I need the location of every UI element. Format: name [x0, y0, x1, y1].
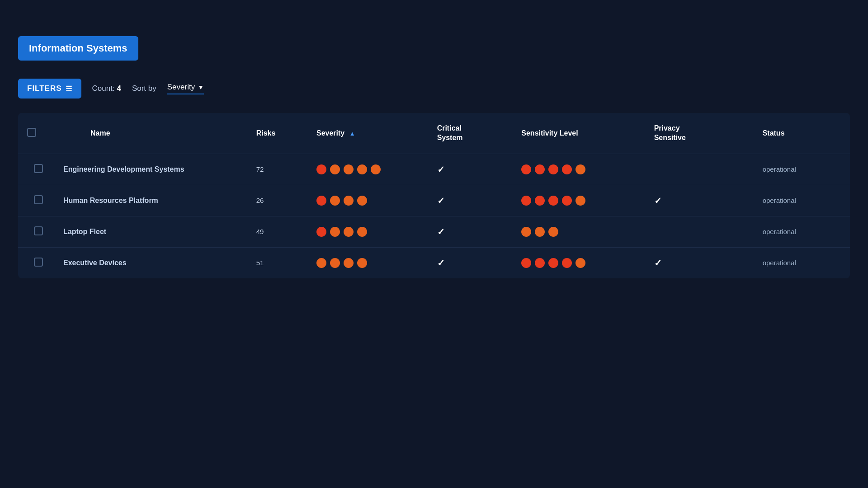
- row-name: Laptop Fleet: [54, 216, 247, 247]
- row-privacy-sensitive: [645, 216, 754, 247]
- sort-by-label: Sort by: [132, 84, 156, 93]
- severity-dot: [330, 227, 340, 237]
- col-header-status: Status: [754, 113, 850, 154]
- row-status: operational: [754, 216, 850, 247]
- severity-dot: [344, 258, 354, 268]
- sort-asc-icon: ▲: [349, 130, 355, 137]
- col-header-severity[interactable]: Severity ▲: [307, 113, 428, 154]
- row-severity: [307, 185, 428, 216]
- severity-dot: [371, 164, 381, 174]
- severity-dot: [330, 164, 340, 174]
- sensitivity-dot: [548, 258, 558, 268]
- sensitivity-dot: [562, 258, 572, 268]
- severity-dot: [330, 196, 340, 206]
- checkmark-icon: ✓: [437, 196, 445, 206]
- row-privacy-sensitive: ✓: [645, 247, 754, 278]
- severity-dot: [344, 196, 354, 206]
- row-checkbox-cell: [18, 216, 54, 247]
- severity-dot: [316, 258, 326, 268]
- col-header-name: Name: [54, 113, 247, 154]
- severity-dot: [344, 164, 354, 174]
- checkmark-icon: ✓: [437, 227, 445, 237]
- severity-dot: [330, 258, 340, 268]
- row-name: Executive Devices: [54, 247, 247, 278]
- sort-dropdown-text: Severity: [167, 83, 195, 92]
- row-checkbox-cell: [18, 185, 54, 216]
- row-privacy-sensitive: ✓: [645, 185, 754, 216]
- col-header-privacy-sensitive: PrivacySensitive: [645, 113, 754, 154]
- sensitivity-dot: [562, 164, 572, 174]
- sensitivity-dot: [521, 164, 531, 174]
- header-checkbox-cell: [18, 113, 54, 154]
- row-risks: 51: [247, 247, 307, 278]
- sensitivity-dot: [535, 196, 545, 206]
- sort-dropdown[interactable]: Severity ▼: [167, 83, 204, 94]
- filters-label: FILTERS: [27, 84, 62, 93]
- status-badge: operational: [763, 259, 796, 267]
- checkmark-icon: ✓: [437, 164, 445, 174]
- col-header-risks: Risks: [247, 113, 307, 154]
- severity-dot: [316, 227, 326, 237]
- filters-button[interactable]: FILTERS ☰: [18, 79, 81, 99]
- row-status: operational: [754, 185, 850, 216]
- table-row: Engineering Development Systems72✓operat…: [18, 154, 850, 185]
- row-severity: [307, 154, 428, 185]
- row-checkbox[interactable]: [34, 226, 43, 235]
- row-checkbox[interactable]: [34, 258, 43, 267]
- status-badge: operational: [763, 197, 796, 204]
- row-privacy-sensitive: [645, 154, 754, 185]
- row-status: operational: [754, 247, 850, 278]
- page-wrapper: Information Systems FILTERS ☰ Count: 4 S…: [0, 0, 868, 296]
- severity-dot: [316, 164, 326, 174]
- severity-dot: [357, 258, 367, 268]
- row-checkbox-cell: [18, 154, 54, 185]
- row-critical-system: ✓: [428, 185, 513, 216]
- row-checkbox[interactable]: [34, 195, 43, 204]
- sensitivity-dot: [521, 196, 531, 206]
- severity-dot: [357, 227, 367, 237]
- row-critical-system: ✓: [428, 216, 513, 247]
- table-header-row: Name Risks Severity ▲ CriticalSystem Sen…: [18, 113, 850, 154]
- row-severity: [307, 247, 428, 278]
- systems-table: Name Risks Severity ▲ CriticalSystem Sen…: [18, 113, 850, 278]
- row-sensitivity-level: [512, 247, 645, 278]
- select-all-checkbox[interactable]: [27, 128, 36, 137]
- row-risks: 26: [247, 185, 307, 216]
- table-row: Human Resources Platform26✓✓operational: [18, 185, 850, 216]
- privacy-checkmark-icon: ✓: [654, 196, 662, 206]
- filters-icon: ☰: [66, 84, 72, 93]
- row-name: Engineering Development Systems: [54, 154, 247, 185]
- sensitivity-dot: [576, 196, 585, 206]
- row-critical-system: ✓: [428, 154, 513, 185]
- row-sensitivity-level: [512, 216, 645, 247]
- row-risks: 72: [247, 154, 307, 185]
- sensitivity-dot: [535, 258, 545, 268]
- checkmark-icon: ✓: [437, 258, 445, 268]
- table-body: Engineering Development Systems72✓operat…: [18, 154, 850, 278]
- sensitivity-dot: [521, 258, 531, 268]
- count-label: Count: 4: [92, 84, 121, 93]
- row-sensitivity-level: [512, 185, 645, 216]
- table-container: Name Risks Severity ▲ CriticalSystem Sen…: [18, 113, 850, 278]
- page-title-button[interactable]: Information Systems: [18, 36, 138, 61]
- status-badge: operational: [763, 165, 796, 173]
- severity-dot: [357, 164, 367, 174]
- row-risks: 49: [247, 216, 307, 247]
- row-severity: [307, 216, 428, 247]
- sensitivity-dot: [548, 164, 558, 174]
- sensitivity-dot: [562, 196, 572, 206]
- table-row: Executive Devices51✓✓operational: [18, 247, 850, 278]
- privacy-checkmark-icon: ✓: [654, 258, 662, 268]
- table-row: Laptop Fleet49✓operational: [18, 216, 850, 247]
- sensitivity-dot: [548, 196, 558, 206]
- severity-dot: [344, 227, 354, 237]
- status-badge: operational: [763, 228, 796, 235]
- sensitivity-dot: [548, 227, 558, 237]
- row-checkbox[interactable]: [34, 164, 43, 173]
- severity-dot: [357, 196, 367, 206]
- row-critical-system: ✓: [428, 247, 513, 278]
- sensitivity-dot: [576, 258, 585, 268]
- sensitivity-dot: [535, 227, 545, 237]
- sensitivity-dot: [576, 164, 585, 174]
- chevron-down-icon: ▼: [198, 84, 204, 91]
